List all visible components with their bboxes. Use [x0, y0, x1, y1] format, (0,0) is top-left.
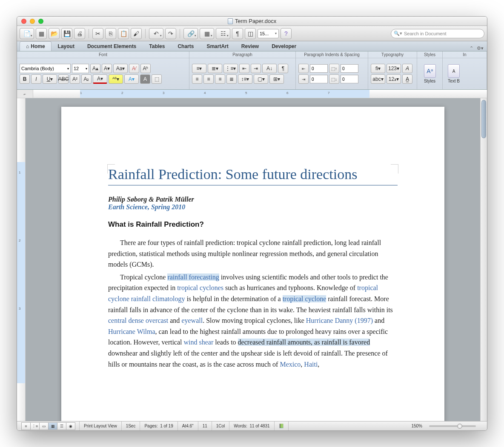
sidebar-button[interactable]: ◫	[245, 28, 256, 39]
hyperlink[interactable]: Hurricane Wilma	[108, 328, 155, 335]
bold-button[interactable]: B	[20, 74, 30, 84]
document-title[interactable]: Rainfall Prediction: Some future directi…	[108, 166, 398, 185]
columns-button[interactable]: ☷	[216, 28, 230, 39]
tab-layout[interactable]: Layout	[52, 41, 81, 51]
kerning-button[interactable]: abc▾	[371, 74, 385, 84]
view-focus-button[interactable]: ◉	[66, 422, 75, 430]
italic-button[interactable]: I	[31, 74, 41, 84]
view-draft-button[interactable]: ≡	[21, 422, 31, 430]
ruler-vertical[interactable]: 123	[17, 98, 26, 421]
multilevel-button[interactable]: ⋮≡▾	[223, 64, 238, 73]
open-button[interactable]: 📂	[49, 28, 60, 39]
help-button[interactable]: ?	[281, 28, 292, 39]
zoom-slider[interactable]	[429, 425, 476, 427]
number-style-button[interactable]: 123▾	[387, 64, 401, 73]
scroll-thumb[interactable]	[481, 100, 486, 138]
underline-button[interactable]: U▾	[43, 74, 57, 84]
style-inspector-button[interactable]: Aᵇ	[140, 64, 151, 73]
font-color-button[interactable]: A▾	[93, 74, 107, 84]
space-before-input[interactable]: 0	[341, 64, 358, 73]
align-left-button[interactable]: ≡	[192, 74, 202, 84]
gear-icon[interactable]: ⚙▾	[477, 46, 484, 51]
hyperlink[interactable]: tropical cyclones	[177, 284, 223, 291]
link-button[interactable]: 🔗	[183, 28, 198, 39]
copy-button[interactable]: ⎘	[105, 28, 116, 39]
redo-button[interactable]: ↷	[165, 28, 176, 39]
subscript-button[interactable]: A₂	[81, 74, 92, 84]
tab-developer[interactable]: Developer	[265, 41, 303, 51]
grow-font-button[interactable]: A▴	[90, 64, 100, 73]
view-print-button[interactable]: ▦	[48, 422, 57, 430]
indent-left-input[interactable]: 0	[310, 64, 328, 73]
alt-chars-button[interactable]: A̲	[402, 74, 412, 84]
align-right-button[interactable]: ≡	[215, 74, 225, 84]
hyperlink[interactable]: eyewall	[181, 317, 203, 324]
highlighted-link[interactable]: rainfall forecasting	[167, 273, 219, 281]
stylistic-button[interactable]: A	[402, 64, 412, 73]
templates-button[interactable]: ▦	[36, 28, 47, 39]
styles-button[interactable]: Aᵃ Styles	[421, 61, 438, 87]
font-name-select[interactable]: Cambria (Body)▾	[20, 64, 71, 73]
tab-document-elements[interactable]: Document Elements	[81, 41, 143, 51]
sort-button[interactable]: A↓	[262, 64, 277, 73]
align-center-button[interactable]: ≡	[203, 74, 214, 84]
close-icon[interactable]	[21, 19, 26, 24]
numbering-button[interactable]: ≣▾	[208, 64, 222, 73]
status-at[interactable]: At4.6"	[178, 421, 198, 430]
hyperlink[interactable]: wind shear	[184, 339, 214, 346]
paragraph-1[interactable]: There are four types of rainfall predict…	[108, 237, 398, 270]
hyperlink[interactable]: central dense overcast	[108, 317, 168, 324]
show-marks-button[interactable]: ¶	[278, 64, 288, 73]
bullets-button[interactable]: ≡▾	[192, 64, 206, 73]
tab-home[interactable]: ⌂Home	[20, 41, 52, 51]
status-line[interactable]: 11	[198, 421, 212, 430]
zoom-slider-thumb[interactable]	[457, 424, 462, 429]
number-spacing-button[interactable]: 12₃▾	[387, 74, 401, 84]
tab-charts[interactable]: Charts	[171, 41, 200, 51]
status-zoom-value[interactable]: 150%	[407, 421, 427, 430]
view-notebook-button[interactable]: ☰	[57, 422, 66, 430]
tab-tables[interactable]: Tables	[143, 41, 171, 51]
print-button[interactable]: 🖨	[74, 28, 85, 39]
tab-smartart[interactable]: SmartArt	[200, 41, 235, 51]
change-case-button[interactable]: Aa▾	[113, 64, 128, 73]
tab-selector[interactable]: ⌐	[17, 90, 33, 98]
justify-button[interactable]: ≣	[226, 74, 237, 84]
document-body[interactable]: There are four types of rainfall predict…	[108, 237, 398, 370]
view-publishing-button[interactable]: ▭	[39, 422, 49, 430]
ligature-button[interactable]: fi▾	[371, 64, 385, 73]
indent-button[interactable]: ⇥	[251, 64, 261, 73]
tab-review[interactable]: Review	[235, 41, 265, 51]
zoom-combo[interactable]: 15...▾	[258, 29, 279, 38]
char-shading-button[interactable]: A	[140, 74, 150, 84]
paste-button[interactable]: 📋	[118, 28, 129, 39]
outdent-button[interactable]: ⇤	[239, 64, 249, 73]
shading-button[interactable]: ▢▾	[254, 74, 268, 84]
highlighted-text[interactable]: decreased rainfall amounts, as rainfall …	[238, 339, 370, 346]
save-button[interactable]: 💾	[61, 28, 72, 39]
text-effect-button[interactable]: A▾	[124, 74, 139, 84]
document-course[interactable]: Earth Science, Spring 2010	[108, 203, 398, 211]
line-spacing-button[interactable]: ↕≡▾	[238, 74, 252, 84]
cut-button[interactable]: ✂	[92, 28, 103, 39]
new-button[interactable]: 📄	[20, 28, 34, 39]
status-pages[interactable]: Pages: 1 of 19	[140, 421, 178, 430]
borders-button[interactable]: ⊞▾	[269, 74, 284, 84]
search-input[interactable]: 🔍▾ Search in Document	[391, 29, 484, 38]
char-border-button[interactable]: ⬚	[152, 74, 162, 84]
scrollbar-vertical[interactable]	[480, 98, 487, 421]
show-button[interactable]: ¶	[232, 28, 243, 39]
status-words[interactable]: Words: 11 of 4831	[229, 421, 274, 430]
document-scroll[interactable]: Rainfall Prediction: Some future directi…	[26, 98, 480, 421]
paragraph-2[interactable]: Tropical cyclone rainfall forecasting in…	[108, 272, 398, 370]
document-heading[interactable]: What is Rainfall Prediction?	[108, 220, 398, 229]
tables-button[interactable]: ▦	[200, 28, 214, 39]
status-sec[interactable]: 1Sec	[122, 421, 140, 430]
superscript-button[interactable]: A²	[70, 74, 80, 84]
document-page[interactable]: Rainfall Prediction: Some future directi…	[61, 107, 444, 421]
undo-button[interactable]: ↶	[149, 28, 163, 39]
status-col[interactable]: 1Col	[212, 421, 230, 430]
minimize-icon[interactable]	[30, 19, 35, 24]
textbox-button[interactable]: A Text B	[445, 61, 462, 87]
status-spellcheck[interactable]: 📗	[275, 421, 289, 430]
